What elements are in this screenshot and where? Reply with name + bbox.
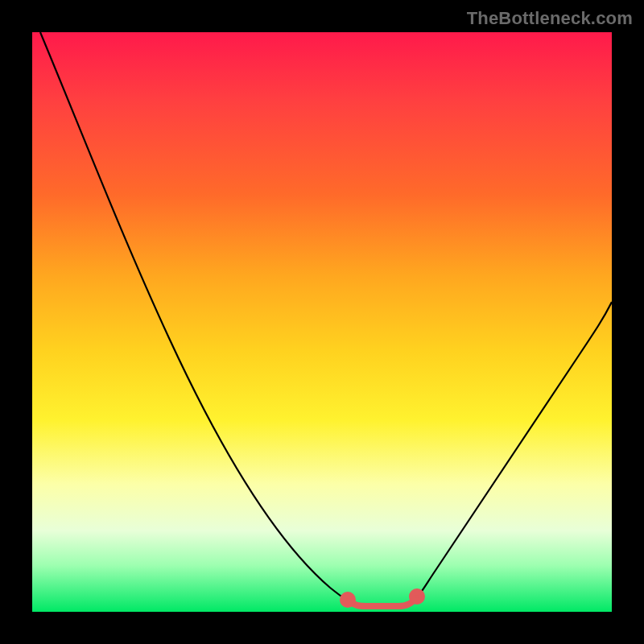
curve-svg xyxy=(32,32,612,612)
svg-point-0 xyxy=(343,595,353,605)
chart-frame: TheBottleneck.com xyxy=(0,0,644,644)
plot-gradient-background xyxy=(32,32,612,612)
optimal-zone-highlight xyxy=(343,592,422,606)
watermark-text: TheBottleneck.com xyxy=(467,8,633,29)
svg-point-1 xyxy=(412,592,422,601)
bottleneck-curve-path xyxy=(40,32,612,605)
